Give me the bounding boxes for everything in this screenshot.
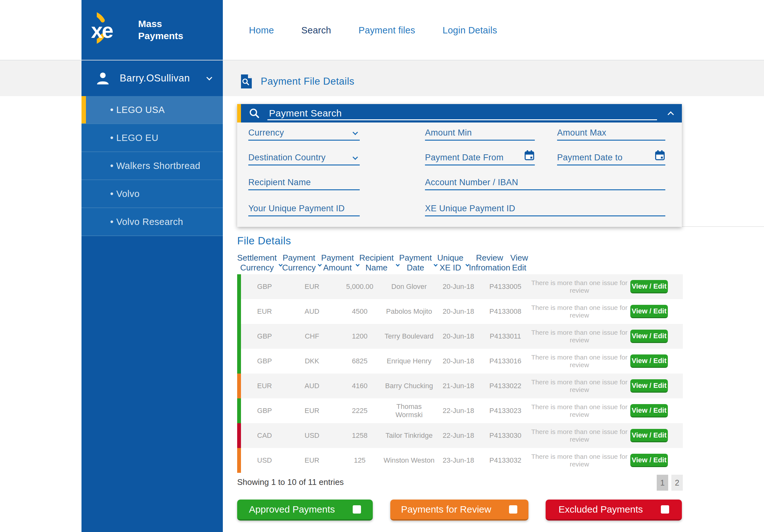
payment-date-cell: 20-Jun-18 xyxy=(435,357,482,365)
calendar-icon[interactable] xyxy=(655,150,665,160)
unique-xe-id-cell: P4133008 xyxy=(482,307,528,316)
table-column-header[interactable]: Payment Currency xyxy=(282,251,321,274)
account-number-iban-label: Account Number / IBAN xyxy=(425,178,518,188)
payment-currency-cell: USD xyxy=(288,432,336,440)
payments-table: Settlement Currency Payment Currency xyxy=(237,251,683,473)
payments-action-button[interactable]: Excluded Payments xyxy=(546,499,682,521)
status-bar xyxy=(237,398,241,423)
view-edit-button[interactable]: View / Edit xyxy=(630,280,668,293)
sidebar-account-item[interactable]: • Walkers Shortbread xyxy=(82,152,223,180)
your-unique-payment-id-field[interactable]: Your Unique Payment ID xyxy=(248,203,360,216)
payment-date-cell: 21-Jun-18 xyxy=(435,382,482,390)
review-information-cell: There is more than one issue for review xyxy=(528,428,630,443)
sidebar-account-label: • Walkers Shortbread xyxy=(110,161,200,171)
settlement-currency-cell: EUR xyxy=(241,382,288,390)
table-column-header[interactable]: Settlement Currency xyxy=(237,251,282,274)
your-unique-payment-id-label: Your Unique Payment ID xyxy=(248,203,345,213)
table-column-header[interactable]: View Edit xyxy=(510,251,528,274)
page-button[interactable]: 1 xyxy=(657,475,668,491)
payments-action-button[interactable]: Payments for Review xyxy=(390,499,528,521)
payment-currency-cell: EUR xyxy=(288,283,336,291)
view-edit-button[interactable]: View / Edit xyxy=(630,330,668,343)
payment-date-from-field[interactable]: Payment Date From xyxy=(425,152,535,166)
product-name-line2: Payments xyxy=(138,30,183,42)
amount-min-label: Amount Min xyxy=(425,128,472,138)
sidebar-account-item[interactable]: • Volvo xyxy=(82,180,223,208)
view-edit-cell: View / Edit xyxy=(630,404,683,418)
collapse-chevron-up-icon[interactable] xyxy=(668,111,674,118)
currency-select[interactable]: Currency xyxy=(248,127,360,141)
strip-divider xyxy=(0,60,764,61)
settlement-currency-cell: GBP xyxy=(241,357,288,365)
top-nav-link[interactable]: Login Details xyxy=(443,25,497,36)
unique-xe-id-cell: P4133032 xyxy=(482,456,528,465)
xe-unique-payment-id-field[interactable]: XE Unique Payment ID xyxy=(425,203,665,216)
recipient-name-cell: Thomas Wormski xyxy=(384,403,435,419)
top-nav-link[interactable]: Search xyxy=(301,25,331,36)
destination-country-select[interactable]: Destination Country xyxy=(248,152,360,166)
sidebar-account-item[interactable]: • LEGO EU xyxy=(82,124,223,152)
payment-date-to-label: Payment Date to xyxy=(557,153,623,163)
sidebar-account-item[interactable]: • Volvo Research xyxy=(82,208,223,236)
view-edit-cell: View / Edit xyxy=(630,379,683,393)
payment-amount-cell: 4500 xyxy=(336,307,384,316)
sidebar-account-label: • LEGO USA xyxy=(110,105,165,115)
review-information-cell: There is more than one issue for review xyxy=(528,403,630,418)
table-column-header[interactable]: Recipient Name xyxy=(359,251,399,274)
view-edit-button[interactable]: View / Edit xyxy=(630,404,668,418)
unique-xe-id-cell: P4133023 xyxy=(482,407,528,415)
payment-amount-cell: 1258 xyxy=(336,432,384,440)
xe-unique-payment-id-label: XE Unique Payment ID xyxy=(425,203,515,213)
status-bar xyxy=(237,373,241,398)
checkbox[interactable] xyxy=(509,505,517,513)
view-edit-button[interactable]: View / Edit xyxy=(630,379,668,393)
chevron-down-icon xyxy=(353,155,358,160)
top-nav-link[interactable]: Home xyxy=(249,25,274,36)
currency-label: Currency xyxy=(248,128,284,138)
payment-date-to-field[interactable]: Payment Date to xyxy=(557,152,665,166)
unique-xe-id-cell: P4133030 xyxy=(482,432,528,440)
user-icon xyxy=(96,71,110,85)
view-edit-cell: View / Edit xyxy=(630,354,683,368)
payment-date-cell: 22-Jun-18 xyxy=(435,407,482,415)
column-header-label: Payment Currency xyxy=(282,253,315,273)
payments-action-button[interactable]: Approved Payments xyxy=(237,499,373,521)
file-details-heading: File Details xyxy=(237,235,291,247)
checkbox[interactable] xyxy=(661,505,669,513)
view-edit-button[interactable]: View / Edit xyxy=(630,429,668,442)
table-row: EUR AUD 4500 Pabolos Mojito 20-Jun-18 P4… xyxy=(237,299,683,324)
amount-max-field[interactable]: Amount Max xyxy=(557,127,665,141)
status-bar xyxy=(237,448,241,473)
search-icon xyxy=(249,107,260,119)
user-menu[interactable]: Barry.OSullivan xyxy=(82,61,223,96)
table-column-header[interactable]: Review Infromation xyxy=(469,251,510,274)
page-button[interactable]: 2 xyxy=(671,475,683,491)
table-column-header[interactable]: Unique XE ID xyxy=(437,251,469,274)
table-column-header[interactable]: Payment Date xyxy=(399,251,437,274)
settlement-currency-cell: GBP xyxy=(241,332,288,340)
product-name: Mass Payments xyxy=(138,18,183,42)
recipient-name-field[interactable]: Recipient Name xyxy=(248,177,360,190)
calendar-icon[interactable] xyxy=(525,150,534,160)
sidebar-account-item[interactable]: • LEGO USA xyxy=(82,96,223,124)
account-number-iban-field[interactable]: Account Number / IBAN xyxy=(425,177,665,190)
status-bar xyxy=(237,324,241,349)
settlement-currency-cell: GBP xyxy=(241,407,288,415)
table-column-header[interactable]: Payment Amount xyxy=(321,251,359,274)
table-row: USD EUR 125 Winston Weston 23-Jun-18 P41… xyxy=(237,448,683,473)
view-edit-button[interactable]: View / Edit xyxy=(630,354,668,368)
unique-xe-id-cell: P4133011 xyxy=(482,332,528,340)
top-nav-link[interactable]: Payment files xyxy=(358,25,415,36)
unique-xe-id-cell: P4133005 xyxy=(482,283,528,291)
checkbox[interactable] xyxy=(353,505,361,513)
payment-search-title: Payment Search xyxy=(269,108,342,119)
amount-min-field[interactable]: Amount Min xyxy=(425,127,535,141)
payment-search-header[interactable]: Payment Search xyxy=(237,104,682,122)
payment-amount-cell: 6825 xyxy=(336,357,384,365)
table-row: CAD USD 1258 Tailor Tinkridge 22-Jun-18 … xyxy=(237,423,683,448)
payment-amount-cell: 5,000.00 xyxy=(336,283,384,291)
view-edit-button[interactable]: View / Edit xyxy=(630,454,668,467)
table-row: GBP EUR 5,000.00 Don Glover 20-Jun-18 P4… xyxy=(237,274,683,299)
payment-date-from-label: Payment Date From xyxy=(425,153,503,163)
view-edit-button[interactable]: View / Edit xyxy=(630,305,668,318)
